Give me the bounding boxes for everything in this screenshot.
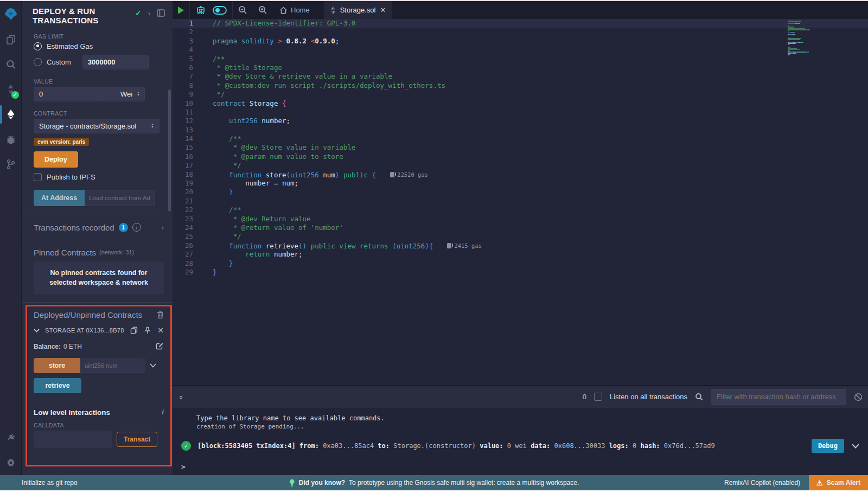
search-icon — [695, 393, 703, 401]
search-icon[interactable] — [0, 52, 22, 77]
code-line: 27 return number; — [173, 250, 868, 259]
clear-filter-ban-icon[interactable] — [854, 393, 863, 401]
remix-ide-window: ✓ DEPLOY & RUN TRANSACTIONS ✓ › — [0, 0, 868, 499]
copy-icon[interactable] — [130, 327, 138, 334]
debug-button[interactable]: Debug — [812, 439, 844, 453]
store-arg-input[interactable] — [80, 359, 145, 373]
pinned-contracts-title: Pinned Contracts — [34, 248, 96, 257]
custom-gas-input[interactable] — [82, 55, 149, 69]
tip-text: To prototype using the Gnosis safe multi… — [349, 479, 579, 487]
no-pinned-contracts-card: No pinned contracts found for selected w… — [34, 261, 164, 295]
terminal-line: creation of Storage pending... — [173, 422, 868, 430]
publish-ipfs-row[interactable]: Publish to IPFS — [34, 173, 164, 181]
gas-limit-label: GAS LIMIT — [34, 33, 164, 40]
file-explorer-icon[interactable] — [0, 27, 22, 52]
code-editor[interactable]: 1// SPDX-License-Identifier: GPL-3.023pr… — [173, 19, 868, 385]
deployed-contract-card: STORAGE AT 0X136...8B78 ✕ Balance: 0 ETH… — [34, 324, 164, 449]
expand-tx-chevron-icon[interactable] — [852, 444, 859, 449]
terminal-filter-input[interactable] — [711, 389, 846, 405]
radio-selected-icon[interactable] — [34, 42, 42, 50]
gas-pump-icon — [390, 172, 394, 177]
code-line: 15 * @dev Store value in variable — [173, 143, 868, 152]
window-bottom-edge — [0, 490, 868, 499]
radio-unselected-icon[interactable] — [34, 58, 42, 66]
tab-close-icon[interactable]: ✕ — [380, 6, 386, 14]
info-icon[interactable]: i — [162, 408, 164, 417]
terminal[interactable]: Type the library name to see available c… — [173, 408, 868, 476]
git-icon[interactable] — [0, 152, 22, 177]
terminal-tx-count: 0 — [583, 393, 586, 401]
chevron-right-icon[interactable]: › — [162, 223, 164, 232]
deploy-and-run-icon[interactable] — [0, 102, 22, 127]
publish-ipfs-label: Publish to IPFS — [47, 173, 95, 181]
git-init-status[interactable]: Initialize as git repo — [0, 479, 78, 487]
network-note: (network: 31) — [99, 249, 134, 255]
code-line: 24 * @return value of 'number' — [173, 223, 868, 232]
code-line: 4 — [173, 46, 868, 54]
at-address-button[interactable]: At Address — [34, 190, 85, 206]
code-line: 17 */ — [173, 161, 868, 170]
contract-select[interactable]: Storage - contracts/Storage.sol ▲▼ — [34, 119, 159, 133]
transaction-log-row[interactable]: ✓ [block:5583405 txIndex:4] from: 0xa03.… — [181, 439, 868, 453]
copilot-status[interactable]: RemixAI Copilot (enabled) — [724, 479, 800, 487]
code-line: 6 * @title Storage — [173, 63, 868, 72]
code-line: 16 * @param num value to store — [173, 152, 868, 161]
pin-panel-icon[interactable] — [157, 9, 165, 17]
deploy-button[interactable]: Deploy — [34, 151, 78, 168]
publish-ipfs-checkbox[interactable] — [34, 173, 42, 181]
chevron-down-icon[interactable] — [150, 363, 156, 368]
deployed-contract-label: STORAGE AT 0X136...8B78 — [45, 327, 124, 334]
chevron-down-icon[interactable] — [34, 329, 40, 332]
edit-icon[interactable] — [156, 342, 164, 350]
collapse-terminal-icon[interactable]: » — [177, 395, 186, 398]
trash-icon[interactable] — [157, 311, 164, 319]
calldata-input[interactable] — [34, 431, 112, 447]
select-updown-icon: ▲▼ — [151, 123, 154, 129]
zoom-in-button[interactable] — [253, 1, 273, 19]
retrieve-function-button[interactable]: retrieve — [34, 378, 81, 393]
contract-label: CONTRACT — [34, 110, 164, 117]
at-address-input[interactable] — [85, 190, 155, 206]
lightbulb-icon — [289, 479, 295, 487]
code-line: 22 /** — [173, 206, 868, 214]
balance-value: 0 ETH — [63, 343, 82, 350]
did-you-know-label: Did you know? — [299, 479, 345, 487]
remix-logo-icon[interactable] — [0, 1, 22, 27]
plugin-manager-icon[interactable] — [0, 425, 22, 450]
close-icon[interactable]: ✕ — [157, 326, 164, 335]
estimated-gas-radio[interactable]: Estimated Gas — [34, 42, 164, 50]
debugger-icon[interactable] — [0, 127, 22, 152]
store-function-button[interactable]: store — [34, 358, 80, 373]
copilot-toggle[interactable] — [212, 1, 232, 19]
tab-label: Storage.sol — [340, 6, 376, 14]
main-area: Home Storage.sol ✕ 1// SPDX-License-Iden… — [173, 1, 868, 475]
home-tab-button[interactable]: Home — [273, 6, 316, 14]
scam-alert-button[interactable]: ⚠ Scam Alert — [809, 475, 868, 490]
custom-gas-label: Custom — [47, 58, 71, 66]
solidity-file-icon — [330, 7, 336, 14]
value-input[interactable] — [34, 87, 101, 101]
ai-copilot-button[interactable] — [190, 1, 212, 19]
terminal-prompt[interactable]: > — [173, 453, 868, 471]
panel-expand-chevron-icon[interactable]: › — [148, 9, 150, 17]
code-line: 10contract Storage { — [173, 99, 868, 108]
transact-button[interactable]: Transact — [117, 432, 157, 447]
pin-icon[interactable] — [144, 327, 151, 334]
run-script-button[interactable] — [173, 1, 189, 19]
editor-minimap[interactable] — [788, 21, 839, 57]
zoom-in-icon — [258, 5, 267, 15]
warning-triangle-icon: ⚠ — [816, 479, 823, 487]
listen-all-checkbox[interactable] — [594, 393, 602, 401]
code-line: 26 function retrieve() public view retur… — [173, 241, 868, 250]
robot-icon — [195, 5, 206, 16]
code-line: 11 — [173, 108, 868, 117]
settings-gear-icon[interactable] — [0, 450, 22, 475]
transactions-recorded-row[interactable]: Transactions recorded 1 i › — [22, 215, 173, 240]
info-icon[interactable]: i — [132, 223, 141, 232]
panel-scrollbar[interactable] — [168, 89, 171, 212]
code-line: 9 */ — [173, 90, 868, 99]
tab-storage-sol[interactable]: Storage.sol ✕ — [324, 1, 393, 19]
solidity-compiler-icon[interactable]: ✓ — [0, 77, 22, 102]
zoom-out-button[interactable] — [233, 1, 253, 19]
value-unit-select[interactable]: Wei ▲▼ — [101, 87, 145, 101]
